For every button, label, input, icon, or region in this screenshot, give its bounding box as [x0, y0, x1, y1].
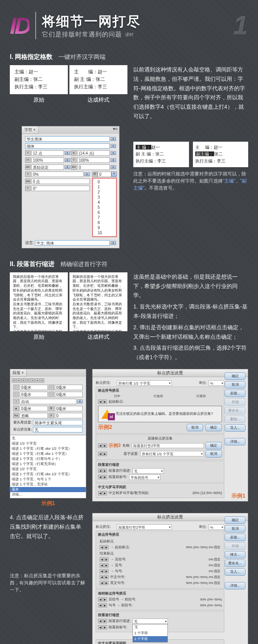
set-name-input[interactable]: 段落首行空2字符 [132, 443, 204, 448]
grid-icon: 田 [92, 171, 98, 177]
new-cancel-button[interactable]: 取消 [205, 450, 222, 458]
original-label: 原始 [10, 97, 68, 104]
page-header: ID 将细节一网打尽 它们是排版时常遇到的问题 课时 1 [10, 12, 248, 39]
indent-dropdown-open[interactable]: 无 1 个字符 2 个字符 [133, 624, 168, 642]
lang-select[interactable]: 中文: 简体 [35, 240, 110, 246]
skew-icon: T [25, 186, 31, 191]
dialog2-rename-button[interactable]: 重命名... [225, 560, 245, 567]
section2-title: II. 段落首行缩进 [10, 260, 55, 268]
example1-label: 示例1 [10, 500, 86, 507]
para-panel-tab[interactable]: 段落 × [10, 369, 27, 377]
indent-select-2[interactable]: 无 [133, 618, 168, 624]
vscale-icon: IT [25, 157, 31, 163]
section1-sub: 一键对齐汉字两端 [58, 53, 105, 61]
mojikumi-settings-dialog: 标点挤压设置 标点挤压: 所有行尾 1/2 个字宽 单位: % 标点符号挤压 行… [92, 369, 248, 502]
step4-text: 4. 点击确定后进入段落-标点挤压集找到刚才新建的标点集单击它。就可以了。 [10, 513, 86, 541]
panel-tab[interactable]: 字符 × [22, 126, 38, 134]
kern-icon: AV [25, 164, 31, 170]
selection-example-b: 主 编：赵一 副主编：张二 执行主编：李三 [193, 142, 249, 167]
dialog-delete-button[interactable]: 删除... [225, 416, 245, 423]
size-icon: T [25, 150, 31, 156]
mojikumi-settings-dialog-2: 标点挤压设置 标点挤压: 段落首行空2字符 单位: % 标点符号挤压 起始标点 … [92, 513, 248, 644]
lang-label: 语言: [25, 240, 34, 246]
font-size-input[interactable]: 12 点 [31, 150, 64, 156]
new-ok-button[interactable]: 确定 [205, 442, 222, 449]
para-result: 我家的后面有一个很大的百草园，那是我儿时的乐园。里面有菜畦、石井栏、皂荚树和桑椹… [69, 272, 127, 331]
base-select[interactable]: 所有行尾 1/2 个字宽 [140, 451, 204, 456]
section1-note: 注意：运用的时候只能选中需要对齐的汉字就可以，除此之外不要选多余的任何字符。如图… [133, 170, 248, 192]
leading-input[interactable]: (14.4 点) [77, 150, 110, 156]
vscale-input[interactable]: 100% [31, 157, 64, 163]
sample-result-box: 主 编：赵一 副 主 编：张二 执行主编：李三 [69, 65, 127, 94]
paragraph-panel: 段落 × ≡≡≡≡≡≡≡ ←0毫米→0毫米 ←0毫米→0毫米 ↕自动▾ ▲0毫米… [10, 369, 86, 435]
mojikumi-set-select-2[interactable]: 段落首行空2字符 [117, 524, 172, 530]
alert-ok-button[interactable]: 确定 [205, 424, 222, 431]
unit-select[interactable]: % [209, 380, 224, 386]
dialog-rename-button[interactable]: 重命名... [225, 407, 245, 414]
skew-input[interactable]: 0° [31, 186, 90, 191]
section2-heading: II. 段落首行缩进 精确缩进首行字符 [10, 260, 248, 268]
shift-input[interactable]: 0 点 [31, 179, 90, 184]
sample-original-box: 主编：赵一 副主编：张二 执行主编：李三 [10, 65, 68, 94]
kinsoku-select[interactable]: 简体中文避头尾 [33, 420, 83, 425]
dialog-detail-button[interactable]: 详细... [225, 438, 245, 445]
id-logo: ID [10, 12, 29, 39]
id-badge-icon: Id [108, 413, 115, 420]
track-input[interactable]: 0 [77, 164, 110, 170]
kern-input[interactable]: 原始设定 [31, 164, 64, 170]
dialog-ok-button[interactable]: 确定 [225, 372, 245, 380]
grid-count-input[interactable]: 0 [98, 171, 111, 177]
dialog2-remove-button[interactable]: 移去... [225, 551, 245, 558]
page-title: 将细节一网打尽 [42, 13, 228, 31]
indent-section-highlight: 段落首行缩进 ◀▶段落首行缩进:无 ◀▶段落前标号:半角前括号 [96, 461, 224, 482]
font-weight-select[interactable]: 细体 [25, 143, 110, 149]
mojikumi-dropdown-list[interactable]: 无 缩进 1/2 个字宽 缩进 1 个字宽（行尾 uke 1/2 个字宽） 缩进… [10, 435, 86, 498]
panel-menu-icon[interactable]: ▾≡ [111, 126, 119, 131]
track-icon: AV [71, 164, 76, 170]
dialog2-detail-button[interactable]: 详细... [225, 582, 245, 589]
dialog-new-button[interactable]: 新建... [225, 390, 245, 397]
mojikumi-select[interactable]: 无 [33, 427, 83, 432]
dialog2-new-button[interactable]: 新建... [225, 534, 245, 541]
result-label: 达成样式 [69, 97, 127, 104]
hscale-input[interactable]: 100% [77, 157, 110, 163]
grid-count-dropdown[interactable]: 0 1 2 3 4 5 6 7 8 9 10 [92, 178, 117, 237]
example2-label: 示例2 [98, 424, 112, 431]
dialog2-save-button[interactable]: 存储 [225, 542, 245, 550]
section2-desc: 这虽然是基础中的基础，但是我还是想说一下，希望多少能帮助到刚步入这个行业的同学。… [133, 272, 248, 364]
dialog-import-button[interactable]: 导入... [225, 424, 245, 432]
align-left-icon[interactable]: ≡ [12, 378, 16, 383]
para-original: 我家的后面有一个很大的百草园，那是我儿时的乐园。里面有菜畦、石井栏、皂荚树和桑椹… [10, 272, 68, 331]
indent-select[interactable]: 无 [133, 468, 164, 474]
character-panel: 字符 ×▾≡ 华文黑体▾ 细体▾ T12 点▾ A(14.4 点)▾ IT100… [22, 126, 120, 248]
mojikumi-set-select[interactable]: 所有行尾 1/2 个字宽 [117, 380, 172, 386]
example1-right-label: 示例1 [231, 493, 245, 500]
leading-icon: A [71, 150, 76, 156]
section2-sub: 精确缩进首行字符 [60, 261, 107, 268]
font-family-select[interactable]: 华文黑体 [25, 136, 110, 142]
dialog2-ok-button[interactable]: 确定 [225, 516, 245, 524]
lesson-label: 课时 [125, 32, 134, 38]
dialog-save-button[interactable]: 存储 [225, 398, 245, 406]
section1-title: I. 网格指定格数 [10, 53, 53, 61]
hscale-icon: T [71, 157, 76, 163]
page-subtitle: 它们是排版时常遇到的问题 [42, 31, 122, 39]
indent-before-select[interactable]: 半角前括号 [129, 474, 160, 480]
dialog2-import-button[interactable]: 导入... [225, 568, 245, 576]
shift-icon: Aa [25, 179, 31, 184]
alert-dialog: Id 无法在锁定的标点挤压集上编辑。是否要创建新的标点挤压集? [98, 406, 222, 422]
selection-example-a: 主 编：赵一 副 主 编：张二 执行主编：李三 [133, 142, 189, 167]
section2-note: 注意：标点挤压集是个很重要的东西，有兴趣的同学可以尝试着去了解一下。 [10, 572, 86, 593]
grid-pct-input[interactable]: 0% [31, 171, 84, 177]
alert-cancel-button[interactable]: 取消 [187, 424, 203, 431]
lesson-number: 1 [234, 15, 248, 36]
section1-desc: 以前遇到这种情况有人会敲空格、调间距等方法，虽能救急，但不够严谨。我们可以用：字… [133, 65, 248, 121]
dialog-cancel-button[interactable]: 取消 [225, 381, 245, 389]
dialog2-cancel-button[interactable]: 取消 [225, 525, 245, 533]
indent-section-highlight-2: 段落首行缩进 ◀▶ 段落首行缩进: 无 无 1 个字符 2 个字符 [96, 611, 224, 632]
section1-heading: I. 网格指定格数 一键对齐汉字两端 [10, 53, 248, 61]
header-divider [35, 12, 36, 39]
example3-label: 示例3 [109, 442, 121, 449]
